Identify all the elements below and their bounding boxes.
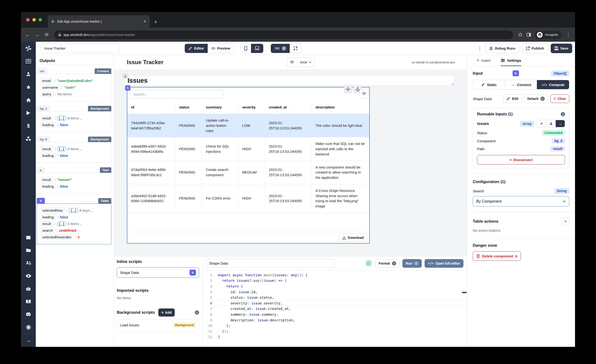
code-line[interactable]: 2 return issues?.map((issue) => { [203, 278, 467, 284]
script-name-input[interactable] [206, 259, 335, 268]
col-header-severity[interactable]: severity [238, 101, 265, 114]
mode-static-button[interactable]: Static [473, 80, 505, 89]
browser-menu-icon[interactable]: ⋮ [566, 32, 571, 37]
output-row[interactable]: loading:false [40, 215, 108, 220]
text-component[interactable]: a Issues [124, 75, 454, 86]
minimize-window-button[interactable] [32, 18, 36, 22]
folders-nav-icon[interactable] [21, 244, 36, 256]
resize-handle[interactable] [451, 83, 454, 85]
output-row[interactable]: result:[...]4 items, [40, 146, 108, 151]
preview-tab[interactable]: Preview [208, 44, 234, 53]
output-id-tab[interactable]: ctx [37, 68, 47, 74]
col-header-summary[interactable]: summary [202, 101, 238, 114]
code-line[interactable]: 12} [203, 334, 467, 340]
path-badge[interactable]: result [551, 146, 565, 151]
new-tab-button[interactable]: + [154, 19, 157, 25]
search-mode-select[interactable]: By Component [473, 196, 569, 207]
output-row[interactable]: loading:false [40, 184, 108, 189]
output-id-tab[interactable]: bg_1 [37, 106, 50, 111]
output-row[interactable]: selectedRow:{...}6 keys, [40, 208, 108, 213]
mode-connect-button[interactable]: →Connect [505, 80, 537, 89]
home-nav-icon[interactable] [21, 94, 36, 107]
component-ref-badge[interactable]: bg_0 [552, 138, 565, 143]
split-screen-icon[interactable] [527, 33, 531, 37]
favorites-star-icon[interactable] [21, 81, 36, 93]
script-item-shape-data[interactable]: Shape Data b [117, 267, 199, 278]
output-id-tab-selected[interactable]: b [37, 198, 45, 204]
debug-runs-button[interactable]: Debug Runs [485, 44, 519, 53]
collapse-sidebar-arrow-icon[interactable]: → [21, 334, 36, 347]
table-refresh-button[interactable]: ⟳ [360, 89, 369, 98]
move-component-handle[interactable] [344, 85, 352, 93]
back-icon[interactable]: ← [25, 32, 30, 38]
tab-settings[interactable]: Settings [501, 55, 521, 66]
expand-array-pill[interactable]: [...] [57, 222, 66, 226]
output-row[interactable]: query:No items [40, 91, 108, 97]
mobile-view-button[interactable] [240, 44, 251, 53]
app-name-input[interactable] [41, 44, 120, 53]
output-id-tab[interactable]: bg_0 [37, 136, 50, 142]
output-row[interactable]: result:[...]8 items, [40, 116, 108, 121]
component-outline-button[interactable]: |0| i [271, 44, 290, 53]
code-area[interactable]: 1export async function main(issues: any[… [203, 270, 467, 347]
user-input-button[interactable] [546, 120, 555, 127]
workers-robot-icon[interactable] [21, 282, 36, 295]
publish-button[interactable]: Publish [522, 44, 548, 53]
format-button[interactable]: Formati [375, 259, 399, 268]
close-window-button[interactable] [26, 18, 30, 22]
mode-compute-button[interactable]: </>Compute [537, 80, 569, 89]
output-id-tab[interactable]: a [37, 167, 45, 173]
reload-icon[interactable]: ⟳ [44, 32, 50, 38]
code-line[interactable]: 10 }; [203, 323, 467, 328]
download-button[interactable]: Download [339, 234, 367, 242]
table-row[interactable]: eaba8d96-e387-4d2d-8494-096e4143b8faPEND… [127, 137, 369, 161]
user-nav-icon[interactable] [21, 68, 36, 81]
schedule-dropdown[interactable]: once [297, 58, 314, 67]
tab-insert[interactable]: +Insert [477, 55, 490, 66]
resources-nav-icon[interactable] [21, 132, 36, 145]
runs-nav-icon[interactable] [21, 107, 36, 119]
groups-nav-icon[interactable] [21, 256, 36, 269]
col-header-description[interactable]: description [312, 101, 369, 114]
table-row-selected[interactable]: 794208f5-2735-428a-b4af-b071ff0a2962PEND… [127, 114, 369, 137]
editor-tab[interactable]: Editor [185, 44, 208, 53]
code-line[interactable]: 6 severity: issue.severity, [203, 300, 467, 306]
table-row[interactable]: a36e4402-51d8-4d15-b566-119088b8cb52PEND… [127, 184, 369, 213]
code-line[interactable]: 5 status: issue.status, [203, 295, 467, 300]
table-search-input[interactable] [130, 90, 224, 99]
col-header-id[interactable]: id [127, 101, 175, 114]
bookmark-star-icon[interactable] [518, 32, 523, 37]
col-header-created-at[interactable]: created_at [265, 101, 312, 114]
delete-component-button[interactable]: Delete component: b [473, 251, 521, 261]
github-icon[interactable] [21, 321, 36, 334]
detach-button[interactable]: Detachi [524, 94, 548, 103]
expand-array-pill[interactable]: [...] [57, 116, 66, 120]
windmill-logo[interactable] [25, 42, 32, 55]
script-item-partial[interactable] [117, 333, 199, 337]
app-refresh-button[interactable]: ⟳ [288, 58, 297, 67]
variables-nav-icon[interactable]: $ [21, 119, 36, 132]
run-button[interactable]: Runi [402, 259, 422, 268]
expand-object-pill[interactable]: {...} [69, 208, 78, 213]
output-row[interactable]: loading:false [40, 153, 108, 158]
col-header-status[interactable]: status [175, 101, 202, 114]
open-full-editor-button[interactable]: </>Open full editor [425, 259, 463, 268]
add-table-action-button[interactable]: + [562, 218, 569, 225]
output-row[interactable]: search:undefined [40, 228, 108, 233]
code-line[interactable]: 3 return { [203, 283, 467, 289]
expand-array-pill[interactable]: [...] [57, 147, 66, 151]
discord-icon[interactable] [21, 308, 36, 321]
code-line[interactable]: 11 }); [203, 328, 467, 334]
code-line[interactable]: 9 description: issue.description, [203, 317, 467, 323]
output-row[interactable]: email:"user@windmill.dev" [40, 78, 108, 83]
more-options-icon[interactable]: ⋮ [477, 46, 482, 51]
maximize-window-button[interactable] [39, 18, 42, 22]
fullscreen-button[interactable] [290, 44, 301, 53]
desktop-view-button[interactable] [251, 44, 263, 53]
address-bar[interactable]: app.windmill.dev/apps/edit/u/user/issue-… [54, 30, 513, 39]
output-row[interactable]: result:"Issues" [40, 177, 108, 182]
forward-icon[interactable]: → [34, 32, 40, 38]
output-row[interactable]: loading:false [40, 122, 108, 127]
code-line[interactable]: 4 id: issue.id, [203, 289, 467, 295]
connect-button[interactable]: → [555, 120, 565, 127]
